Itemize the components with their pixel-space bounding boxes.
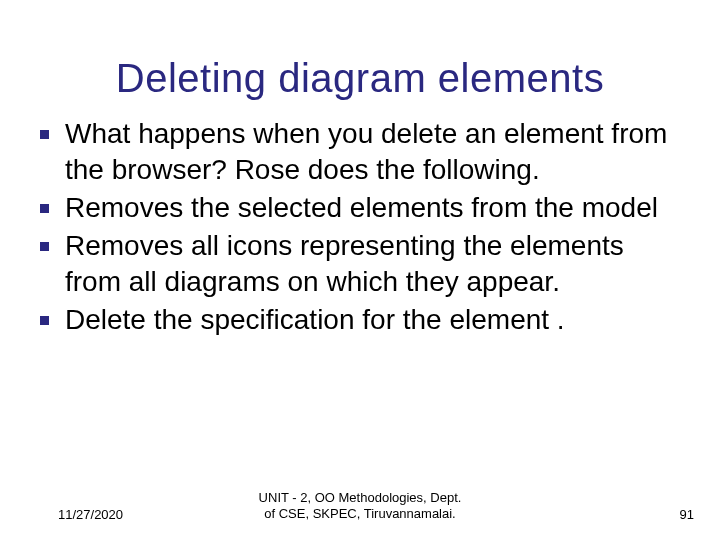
slide-footer: 11/27/2020 UNIT - 2, OO Methodologies, D… <box>0 482 720 522</box>
footer-date: 11/27/2020 <box>58 507 123 522</box>
square-bullet-icon <box>40 242 49 251</box>
square-bullet-icon <box>40 204 49 213</box>
bullet-text: Delete the specification for the element… <box>65 302 565 338</box>
list-item: Delete the specification for the element… <box>40 302 680 338</box>
list-item: What happens when you delete an element … <box>40 116 680 188</box>
slide-title: Deleting diagram elements <box>0 56 720 101</box>
list-item: Removes the selected elements from the m… <box>40 190 680 226</box>
bullet-text: What happens when you delete an element … <box>65 116 680 188</box>
footer-center: UNIT - 2, OO Methodologies, Dept. of CSE… <box>259 490 462 522</box>
footer-page-number: 91 <box>680 507 694 522</box>
bullet-text: Removes the selected elements from the m… <box>65 190 658 226</box>
list-item: Removes all icons representing the eleme… <box>40 228 680 300</box>
square-bullet-icon <box>40 316 49 325</box>
square-bullet-icon <box>40 130 49 139</box>
bullet-text: Removes all icons representing the eleme… <box>65 228 680 300</box>
slide-body: What happens when you delete an element … <box>40 116 680 340</box>
slide: Deleting diagram elements What happens w… <box>0 0 720 540</box>
